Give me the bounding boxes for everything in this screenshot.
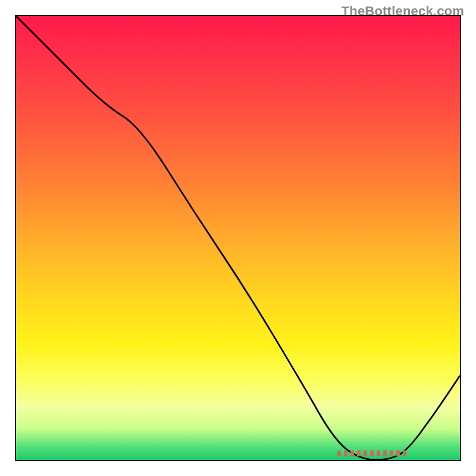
curve-layer [16,16,460,460]
bottleneck-curve [16,16,460,460]
plot-area [15,15,461,461]
optimal-zone-marker [337,450,409,456]
chart-container: TheBottleneck.com [0,0,476,476]
